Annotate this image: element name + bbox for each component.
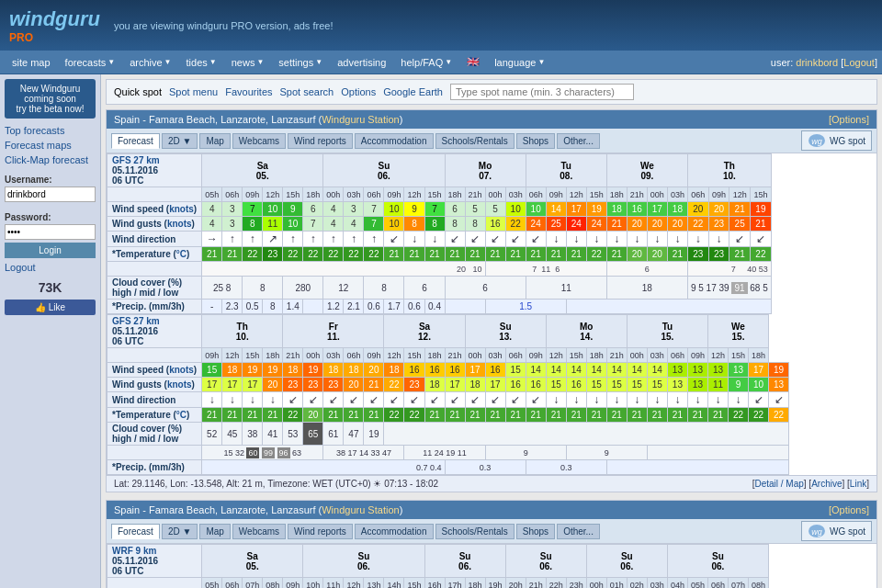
logo-pro: PRO <box>9 31 100 44</box>
precip-row-1: *Precip. (mm/3h) - 2.3 0.5 8 1.4 1.2 2.1… <box>107 300 772 314</box>
wrf-model-label-row: WRF 9 km 05.11.2016 06 UTC Sa05. Su06. S… <box>107 545 789 578</box>
logout-sidebar-link[interactable]: Logout <box>5 260 96 275</box>
options-link-2[interactable]: [Options] <box>829 504 869 515</box>
nav-forecasts[interactable]: forecasts ▼ <box>58 54 123 71</box>
detail-map-link[interactable]: Detail / Map <box>754 479 803 489</box>
wrf-forecast-table: WRF 9 km 05.11.2016 06 UTC Sa05. Su06. S… <box>107 544 789 588</box>
fans-number: 73K <box>5 280 96 295</box>
password-input[interactable] <box>5 224 96 240</box>
options-link-quick[interactable]: Options <box>341 86 376 97</box>
wg-spot-badge-2: wg WG spot <box>801 521 872 541</box>
spot-menu-link[interactable]: Spot menu <box>169 86 218 97</box>
tab-2d-2[interactable]: 2D ▼ <box>162 524 198 539</box>
top-forecasts-link[interactable]: Top forecasts <box>5 123 96 138</box>
gfs-model-link[interactable]: GFS 27 km <box>112 155 160 165</box>
tab-shops-1[interactable]: Shops <box>516 133 555 149</box>
google-earth-link[interactable]: Google Earth <box>383 86 443 97</box>
header-message: you are viewing windguru PRO version, ad… <box>114 20 333 31</box>
temp-minmax-row-1: 20 10 7 11 6 6 7 40 53 <box>107 262 772 277</box>
promo-sub: try the beta now! <box>9 104 91 114</box>
wg-logo-icon-2: wg <box>808 524 826 538</box>
tab-accommodation-1[interactable]: Accommodation <box>355 133 434 149</box>
tab-wind-reports-1[interactable]: Wind reports <box>288 133 353 149</box>
gfs-model-link-2[interactable]: GFS 27 km <box>112 316 160 326</box>
cloud-row-1: Cloud cover (%)high / mid / low 25 8 8 2… <box>107 277 772 300</box>
wg-spot-badge-1: wg WG spot <box>801 130 872 151</box>
nav-archive[interactable]: archive ▼ <box>122 54 178 71</box>
spot-search-link[interactable]: Spot search <box>280 86 334 97</box>
tab-webcams-1[interactable]: Webcams <box>232 133 286 149</box>
forecast-section-2: Spain - Famara Beach, Lanzarote, Lanzasu… <box>106 500 877 588</box>
tab-forecast-2[interactable]: Forecast <box>111 524 160 539</box>
info-bar-1: Lat: 29.1146, Lon: -13.548, Alt: 21 m, T… <box>107 475 876 492</box>
wrf-time-row: 05h06h07h08h09h 10h11h12h13h14h15h 16h17… <box>107 578 789 589</box>
tab-schools-2[interactable]: Schools/Rentals <box>435 524 514 539</box>
forecast-header-2: Spain - Famara Beach, Lanzarote, Lanzasu… <box>107 501 876 519</box>
forecast-maps-link[interactable]: Forecast maps <box>5 138 96 153</box>
quick-spot-label: Quick spot <box>114 86 162 97</box>
tab-wind-reports-2[interactable]: Wind reports <box>288 524 353 539</box>
time-row-2: 09h12h15h18h 21h00h03h06h09h 12h15h18h21… <box>107 348 789 363</box>
options-link-1[interactable]: [Options] <box>829 114 869 125</box>
favourites-link[interactable]: Favourites <box>225 86 272 97</box>
archive-link-1[interactable]: Archive <box>811 479 842 489</box>
promo-box[interactable]: New Windguru coming soon try the beta no… <box>5 79 96 119</box>
nav-news[interactable]: news ▼ <box>224 54 272 71</box>
nav-settings[interactable]: settings ▼ <box>271 54 330 71</box>
wind-gusts-row-2: Wind gusts (knots) 17 17 17 20 23 23 23 … <box>107 378 789 392</box>
gfs-table-wrapper: GFS 27 km 05.11.2016 06 UTC Sa05. Su06. … <box>107 153 876 314</box>
nav-language[interactable]: language ▼ <box>487 54 552 71</box>
gfs-forecast-table: GFS 27 km 05.11.2016 06 UTC Sa05. Su06. … <box>107 153 772 314</box>
model-name-cell: GFS 27 km 05.11.2016 06 UTC <box>107 154 202 187</box>
tab-2d-1[interactable]: 2D ▼ <box>162 133 198 149</box>
wind-speed-row-1: Wind speed (knots) 4371096 4371097 65510… <box>107 202 772 217</box>
gfs-forecast-table-2: GFS 27 km 05.11.2016 06 UTC Th10. Fr11. … <box>107 314 789 475</box>
username-link[interactable]: drinkbord <box>796 57 838 68</box>
tab-schools-1[interactable]: Schools/Rentals <box>435 133 514 149</box>
direction-row-2: Wind direction ↓↓ ↓↓ ↙↙ ↙↙ ↙↙ ↙↙ ↙↙ ↙↙ ↙… <box>107 392 789 408</box>
username-label: Username: <box>5 175 96 185</box>
spot-search-input[interactable] <box>450 84 634 100</box>
tab-webcams-2[interactable]: Webcams <box>232 524 286 539</box>
nav-help[interactable]: help/FAQ ▼ <box>393 54 459 71</box>
nav-sitemap[interactable]: site map <box>5 54 58 71</box>
logout-link-nav[interactable]: Logout <box>843 57 875 68</box>
wrf-model-link[interactable]: WRF 9 km <box>112 546 156 556</box>
tab-map-2[interactable]: Map <box>199 524 230 539</box>
nav-advertising[interactable]: advertising <box>330 54 393 71</box>
gfs-table-wrapper-2: GFS 27 km 05.11.2016 06 UTC Th10. Fr11. … <box>107 314 876 475</box>
forecast-tabs-1: Forecast 2D ▼ Map Webcams Wind reports A… <box>107 129 876 153</box>
main-content: Quick spot Spot menu Favourites Spot sea… <box>101 74 882 588</box>
windguru-station-link-2[interactable]: Windguru Station <box>322 504 399 515</box>
username-input[interactable] <box>5 187 96 202</box>
fb-like-button[interactable]: 👍 Like <box>5 300 96 315</box>
temperature-row-2: *Temperature (°C) 2121 2121 2220 2121 21… <box>107 408 789 423</box>
user-info: user: drinkbord [Logout] <box>771 57 877 68</box>
model-label-row: GFS 27 km 05.11.2016 06 UTC Sa05. Su06. … <box>107 154 772 187</box>
fans-count: 73K 👍 Like <box>5 280 96 315</box>
tab-other-1[interactable]: Other... <box>557 133 600 149</box>
forecast-tabs-2: Forecast 2D ▼ Map Webcams Wind reports A… <box>107 519 876 544</box>
tab-forecast-1[interactable]: Forecast <box>111 133 160 149</box>
sidebar: New Windguru coming soon try the beta no… <box>0 74 101 588</box>
detail-links-1: [Detail / Map] [Archive] [Link] <box>752 479 869 489</box>
wind-gusts-row-1: Wind gusts (knots) 43 8 11 10 7 44 7 10 … <box>107 217 772 232</box>
nav-flag[interactable]: 🇬🇧 <box>459 53 487 71</box>
tab-map-1[interactable]: Map <box>199 133 230 149</box>
tab-shops-2[interactable]: Shops <box>516 524 555 539</box>
tab-other-2[interactable]: Other... <box>557 524 600 539</box>
wind-speed-row-2: Wind speed (knots) 15 18 19 19 18 19 18 … <box>107 363 789 378</box>
temperature-row-1: *Temperature (°C) 21 21 22 23 22 22 22 2… <box>107 247 772 262</box>
forecast-header-1: Spain - Famara Beach, Lanzarote, Lanzasu… <box>107 110 876 129</box>
wg-logo-icon: wg <box>808 133 826 148</box>
nav-tides[interactable]: tides ▼ <box>179 54 224 71</box>
windguru-station-link-1[interactable]: Windguru Station <box>322 114 399 125</box>
content-area: New Windguru coming soon try the beta no… <box>0 74 882 588</box>
wrf-table-wrapper: WRF 9 km 05.11.2016 06 UTC Sa05. Su06. S… <box>107 544 876 588</box>
click-map-link[interactable]: Click-Map forecast <box>5 153 96 167</box>
link-link-1[interactable]: Link <box>850 479 866 489</box>
time-row-1: 05h06h09h12h15h18h 00h03h06h09h12h15h 18… <box>107 187 772 202</box>
tab-accommodation-2[interactable]: Accommodation <box>355 524 434 539</box>
login-button[interactable]: Login <box>5 243 96 258</box>
cloud-row-2: Cloud cover (%)high / mid / low 5245 384… <box>107 423 789 446</box>
